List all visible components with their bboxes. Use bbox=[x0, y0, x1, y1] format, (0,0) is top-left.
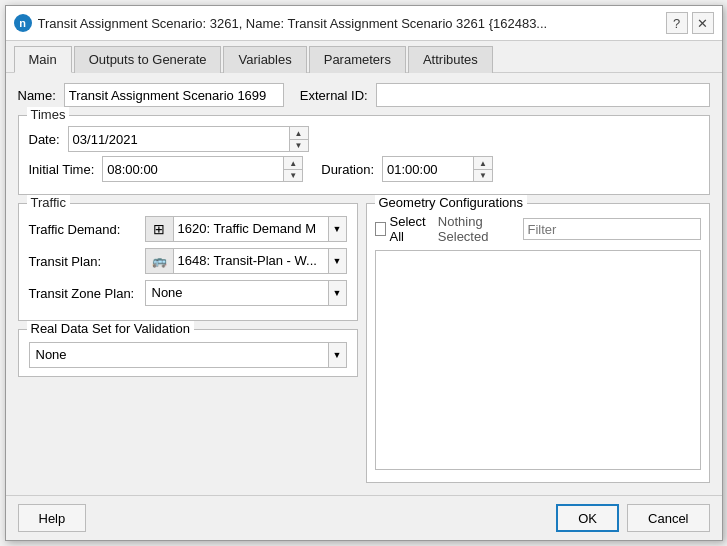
tab-bar: Main Outputs to Generate Variables Param… bbox=[6, 41, 722, 73]
tab-main[interactable]: Main bbox=[14, 46, 72, 73]
demand-value: 1620: Traffic Demand M bbox=[174, 217, 328, 241]
times-group: Times Date: ▲ ▼ Initial Time: ▲ ▼ bbox=[18, 115, 710, 195]
name-label: Name: bbox=[18, 88, 56, 103]
geometry-group: Geometry Configurations Select All Nothi… bbox=[366, 203, 710, 483]
name-row: Name: External ID: bbox=[18, 83, 710, 107]
initial-time-spin-down[interactable]: ▼ bbox=[284, 169, 302, 181]
duration-spinner: ▲ ▼ bbox=[382, 156, 493, 182]
demand-icon: ⊞ bbox=[146, 217, 174, 241]
initial-time-input[interactable] bbox=[103, 157, 283, 181]
date-spin-buttons: ▲ ▼ bbox=[289, 127, 308, 151]
date-input[interactable] bbox=[69, 127, 289, 151]
help-title-button[interactable]: ? bbox=[666, 12, 688, 34]
tab-outputs[interactable]: Outputs to Generate bbox=[74, 46, 222, 73]
duration-input[interactable] bbox=[383, 157, 473, 181]
demand-row: Traffic Demand: ⊞ 1620: Traffic Demand M… bbox=[29, 216, 347, 242]
select-all-wrapper: Select All bbox=[375, 214, 430, 244]
cancel-button[interactable]: Cancel bbox=[627, 504, 709, 532]
demand-arrow[interactable]: ▼ bbox=[328, 217, 346, 241]
close-button[interactable]: ✕ bbox=[692, 12, 714, 34]
traffic-group: Traffic Traffic Demand: ⊞ 1620: Traffic … bbox=[18, 203, 358, 321]
time-row: Initial Time: ▲ ▼ Duration: ▲ ▼ bbox=[29, 156, 699, 182]
footer-right: OK Cancel bbox=[556, 504, 709, 532]
transit-plan-label: Transit Plan: bbox=[29, 254, 139, 269]
window-title: Transit Assignment Scenario: 3261, Name:… bbox=[38, 16, 660, 31]
real-data-arrow[interactable]: ▼ bbox=[328, 343, 346, 367]
date-row: Date: ▲ ▼ bbox=[29, 126, 699, 152]
app-icon: n bbox=[14, 14, 32, 32]
transit-plan-arrow[interactable]: ▼ bbox=[328, 249, 346, 273]
select-all-checkbox[interactable] bbox=[375, 222, 386, 236]
initial-time-spin-up[interactable]: ▲ bbox=[284, 157, 302, 169]
transit-plan-icon: 🚌 bbox=[146, 249, 174, 273]
initial-time-spinner: ▲ ▼ bbox=[102, 156, 303, 182]
tab-attributes[interactable]: Attributes bbox=[408, 46, 493, 73]
left-column: Traffic Traffic Demand: ⊞ 1620: Traffic … bbox=[18, 203, 358, 483]
title-bar: n Transit Assignment Scenario: 3261, Nam… bbox=[6, 6, 722, 41]
nothing-selected-text: Nothing Selected bbox=[438, 214, 515, 244]
name-input[interactable] bbox=[64, 83, 284, 107]
transit-zone-dropdown[interactable]: None ▼ bbox=[145, 280, 347, 306]
select-all-label: Select All bbox=[390, 214, 430, 244]
real-data-group: Real Data Set for Validation None ▼ bbox=[18, 329, 358, 377]
initial-time-label: Initial Time: bbox=[29, 162, 95, 177]
transit-zone-row: Transit Zone Plan: None ▼ bbox=[29, 280, 347, 306]
date-spin-up[interactable]: ▲ bbox=[290, 127, 308, 139]
date-label: Date: bbox=[29, 132, 60, 147]
geometry-list bbox=[375, 250, 701, 470]
main-columns: Traffic Traffic Demand: ⊞ 1620: Traffic … bbox=[18, 203, 710, 483]
title-controls: ? ✕ bbox=[666, 12, 714, 34]
geometry-header: Select All Nothing Selected bbox=[375, 214, 701, 244]
footer: Help OK Cancel bbox=[6, 495, 722, 540]
transit-plan-dropdown[interactable]: 🚌 1648: Transit-Plan - W... ▼ bbox=[145, 248, 347, 274]
duration-spin-up[interactable]: ▲ bbox=[474, 157, 492, 169]
demand-dropdown[interactable]: ⊞ 1620: Traffic Demand M ▼ bbox=[145, 216, 347, 242]
demand-label: Traffic Demand: bbox=[29, 222, 139, 237]
ok-button[interactable]: OK bbox=[556, 504, 619, 532]
duration-spin-down[interactable]: ▼ bbox=[474, 169, 492, 181]
filter-input[interactable] bbox=[523, 218, 701, 240]
transit-plan-value: 1648: Transit-Plan - W... bbox=[174, 249, 328, 273]
geometry-group-label: Geometry Configurations bbox=[375, 195, 528, 210]
main-content: Name: External ID: Times Date: ▲ ▼ Initi… bbox=[6, 73, 722, 495]
duration-spin-buttons: ▲ ▼ bbox=[473, 157, 492, 181]
duration-label: Duration: bbox=[321, 162, 374, 177]
real-data-group-label: Real Data Set for Validation bbox=[27, 321, 194, 336]
real-data-value: None bbox=[30, 343, 328, 367]
date-spinner: ▲ ▼ bbox=[68, 126, 309, 152]
external-id-label: External ID: bbox=[300, 88, 368, 103]
main-window: n Transit Assignment Scenario: 3261, Nam… bbox=[5, 5, 723, 541]
traffic-group-label: Traffic bbox=[27, 195, 70, 210]
transit-plan-row: Transit Plan: 🚌 1648: Transit-Plan - W..… bbox=[29, 248, 347, 274]
right-column: Geometry Configurations Select All Nothi… bbox=[366, 203, 710, 483]
transit-zone-value: None bbox=[146, 281, 328, 305]
tab-variables[interactable]: Variables bbox=[223, 46, 306, 73]
real-data-row: None ▼ bbox=[29, 342, 347, 368]
transit-zone-label: Transit Zone Plan: bbox=[29, 286, 139, 301]
real-data-dropdown[interactable]: None ▼ bbox=[29, 342, 347, 368]
initial-time-spin-buttons: ▲ ▼ bbox=[283, 157, 302, 181]
times-group-label: Times bbox=[27, 107, 70, 122]
tab-parameters[interactable]: Parameters bbox=[309, 46, 406, 73]
help-button[interactable]: Help bbox=[18, 504, 87, 532]
transit-zone-arrow[interactable]: ▼ bbox=[328, 281, 346, 305]
external-id-input[interactable] bbox=[376, 83, 710, 107]
date-spin-down[interactable]: ▼ bbox=[290, 139, 308, 151]
